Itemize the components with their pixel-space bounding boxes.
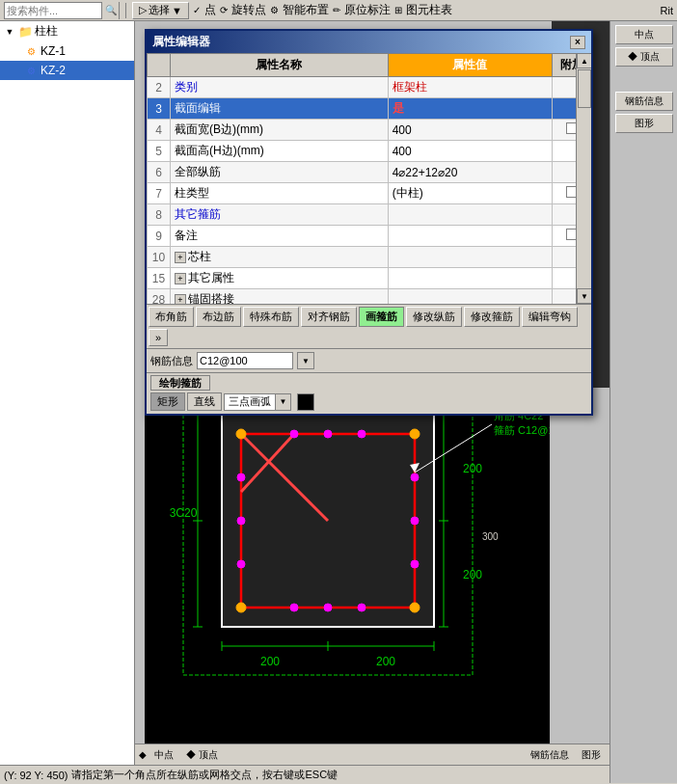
rebar-edge-b1 (290, 604, 298, 611)
scrollbar[interactable]: ▲ ▼ (576, 53, 591, 304)
tree-node-kz2[interactable]: ⚙ KZ-2 (0, 61, 134, 80)
left-panel: ▼ 📁 柱柱 ⚙ KZ-1 ⚙ KZ-2 (0, 21, 135, 784)
scroll-track (577, 109, 591, 288)
right-btn-midpoint[interactable]: 中点 (615, 25, 673, 44)
rebar-row: 钢筋信息 ▼ (147, 348, 591, 372)
table-row[interactable]: 15 +其它属性 (148, 268, 591, 289)
table-row[interactable]: 5 截面高(H边)(mm) 400 (148, 141, 591, 162)
smart-label[interactable]: 智能布置 (283, 2, 329, 18)
tab-special-place[interactable]: 特殊布筋 (243, 307, 299, 327)
expand-btn-row15[interactable]: + (175, 273, 186, 284)
table-row[interactable]: 4 截面宽(B边)(mm) 400 (148, 120, 591, 141)
tab-place-corner[interactable]: 布角筋 (149, 307, 194, 327)
table-row[interactable]: 8 其它箍筋 (148, 204, 591, 226)
property-table: 属性名称 属性值 附加 2 类别 框架柱 3 截面编辑 是 (147, 53, 591, 304)
figure-label[interactable]: 图元柱表 (406, 2, 452, 18)
tree-root-label: 柱柱 (35, 23, 58, 40)
tab-modify-longitudinal[interactable]: 修改纵筋 (406, 307, 462, 327)
search-input[interactable] (5, 5, 101, 16)
table-row[interactable]: 7 柱类型 (中柱) (148, 183, 591, 204)
scroll-thumb[interactable] (578, 69, 591, 108)
col-num-header (148, 54, 171, 77)
tab-align-rebar[interactable]: 对齐钢筋 (301, 307, 357, 327)
instruction-label: 请指定第一个角点所在纵筋或网格交点，按右键或ESC键 (71, 768, 338, 782)
coords-label: (Y: 92 Y: 450) (4, 770, 68, 781)
rebar-edge-l1 (237, 473, 245, 481)
toolbar-right: Rit (661, 5, 673, 16)
rebar-corner-tr (410, 429, 420, 439)
right-btn-vertex[interactable]: ◆ 顶点 (615, 47, 673, 67)
tab-edit-hook[interactable]: 编辑弯钩 (522, 307, 578, 327)
rebar-edge-r2 (411, 517, 419, 525)
point-label[interactable]: 点 (204, 2, 216, 18)
rebar-edge-b3 (358, 604, 366, 611)
rebar-info-label: 钢筋信息 (150, 354, 193, 368)
rebar-edge-t1 (290, 430, 298, 438)
snap-figure-btn[interactable]: 图形 (577, 746, 606, 764)
drawing-toolbar-title: 绘制箍筋 (150, 375, 210, 391)
table-row[interactable]: 28 +锚固搭接 (148, 289, 591, 305)
rotate-icon: ⟳ (220, 5, 228, 15)
tree-node-kz1[interactable]: ⚙ KZ-1 (0, 41, 134, 61)
right-panel: 中点 ◆ 顶点 钢筋信息 图形 (609, 21, 677, 783)
rit-label[interactable]: Rit (661, 5, 673, 16)
dim-left-label: 3C20 (170, 506, 198, 520)
draw-arc-arrow[interactable]: ▼ (275, 394, 290, 410)
expand-btn-row28[interactable]: + (175, 294, 186, 304)
rebar-corner-bl (236, 603, 246, 612)
dim-bottom-left-label: 200 (260, 655, 280, 668)
draw-rect-btn[interactable]: 矩形 (150, 392, 185, 411)
table-row[interactable]: 2 类别 框架柱 (148, 77, 591, 98)
folder-icon: 📁 (17, 24, 33, 40)
snap-vertex-btn[interactable]: ◆ 顶点 (181, 746, 223, 764)
dim-300-label: 300 (482, 531, 499, 542)
color-picker[interactable] (297, 393, 314, 411)
node-icon-kz1: ⚙ (23, 43, 39, 59)
draw-line-btn[interactable]: 直线 (187, 392, 222, 411)
dialog-title: 属性编辑器 (152, 34, 210, 50)
rebar-corner-tl (236, 429, 246, 439)
tree-node1-label: KZ-1 (41, 44, 66, 58)
col-value-header: 属性值 (388, 54, 552, 77)
select-btn[interactable]: ▷ 选择 ▼ (132, 2, 189, 19)
snap-rebar-info-btn[interactable]: 钢筋信息 (526, 746, 574, 764)
expand-btn-row10[interactable]: + (175, 252, 186, 263)
rebar-edge-t2 (324, 430, 332, 438)
scroll-up-arrow[interactable]: ▲ (577, 53, 591, 68)
rebar-dropdown-btn[interactable]: ▼ (297, 352, 314, 369)
tab-more[interactable]: » (149, 329, 168, 346)
rebar-edge-b2 (324, 604, 332, 611)
tree-node2-label: KZ-2 (41, 64, 66, 77)
rebar-edge-l2 (237, 517, 245, 525)
col-name-header: 属性名称 (171, 54, 389, 77)
right-btn-figure[interactable]: 图形 (615, 114, 673, 133)
table-row[interactable]: 10 +芯柱 (148, 247, 591, 268)
table-row[interactable]: 6 全部纵筋 4⌀22+12⌀20 (148, 162, 591, 183)
mark-icon: ✏ (333, 5, 340, 15)
rebar-corner-br (410, 603, 420, 612)
dialog-close-button[interactable]: × (570, 36, 585, 49)
rebar-info-input[interactable] (197, 352, 293, 369)
rebar-edge-l3 (237, 560, 245, 568)
property-dialog: 属性编辑器 × 属性名称 属性值 附加 2 类别 框架柱 (145, 29, 593, 416)
tab-place-edge[interactable]: 布边筋 (196, 307, 241, 327)
status-bar: (Y: 92 Y: 450) 请指定第一个角点所在纵筋或网格交点，按右键或ESC… (0, 765, 677, 784)
search-button[interactable]: 🔍 (101, 2, 119, 19)
right-btn-rebar-info[interactable]: 钢筋信息 (615, 92, 673, 111)
tab-modify-stirrup[interactable]: 修改箍筋 (464, 307, 520, 327)
tree-root[interactable]: ▼ 📁 柱柱 (0, 21, 134, 41)
table-row[interactable]: 3 截面编辑 是 (148, 98, 591, 120)
drawing-toolbar: 绘制箍筋 矩形 直线 三点画弧 ▼ (147, 372, 591, 414)
tab-draw-stirrup[interactable]: 画箍筋 (359, 307, 404, 327)
scroll-down-arrow[interactable]: ▼ (577, 288, 591, 304)
rotate-label[interactable]: 旋转点 (231, 2, 266, 18)
search-box[interactable]: 🔍 (4, 2, 120, 19)
figure-icon: ⊞ (394, 5, 402, 15)
dim-right-top-label: 200 (463, 462, 482, 475)
draw-arc-dropdown[interactable]: 三点画弧 ▼ (224, 393, 291, 411)
origin-label[interactable]: 原位标注 (344, 2, 391, 18)
table-row[interactable]: 9 备注 (148, 226, 591, 247)
snap-midpoint-btn[interactable]: 中点 (149, 746, 178, 764)
toolbar-checkmark: ✓ (193, 5, 201, 15)
tree-expand-root[interactable]: ▼ (4, 26, 15, 38)
